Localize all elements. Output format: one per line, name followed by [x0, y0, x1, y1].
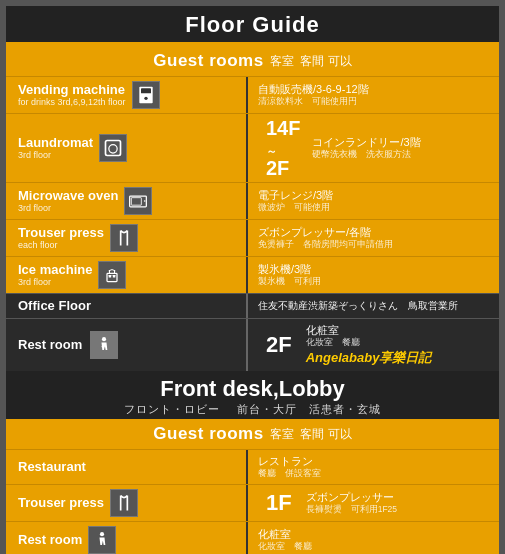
row-office: Office Floor 住友不動産渋新築ぞっくりさん 鳥取営業所 [6, 293, 499, 318]
vending-name: Vending machine [18, 82, 126, 98]
row-vending: Vending machine for drinks 3rd,6,9,12th … [6, 76, 499, 113]
row-laundromat-right: 14F～2F コインランドリー/3階 硬幣洗衣機 洗衣服方法 [248, 114, 499, 182]
laundromat-sub: 3rd floor [18, 151, 93, 161]
restroom-bottom-jp: 化粧室 [258, 527, 312, 541]
row-restaurant-right: レストラン 餐廳 併設客室 [248, 450, 499, 484]
trouser-sub: each floor [18, 241, 104, 251]
section-office: Office Floor 住友不動産渋新築ぞっくりさん 鳥取営業所 Rest r… [6, 293, 499, 371]
vending-jp-sub: 清涼飲料水 可能使用円 [258, 96, 369, 108]
svg-point-2 [144, 97, 147, 100]
guest-bottom-title-row: Guest rooms 客室 客間 可以 [6, 419, 499, 449]
row-laundromat: Laundromat 3rd floor 14F～2F コインランドリー/3階 … [6, 113, 499, 182]
restroom-dark-jp: 化粧室 [306, 323, 432, 337]
restroom-dark-jp-sub: 化妝室 餐廳 [306, 337, 432, 349]
office-jp: 住友不動産渋新築ぞっくりさん 鳥取営業所 [258, 299, 458, 312]
trouser-bottom-floor: 1F [266, 492, 292, 514]
section-guest-top: Guest rooms 客室 客間 可以 Vending machine for… [6, 42, 499, 293]
row-ice-left: Ice machine 3rd floor [6, 257, 246, 293]
row-restroom-dark-left: Rest room [6, 319, 246, 371]
row-restaurant: Restaurant レストラン 餐廳 併設客室 [6, 449, 499, 484]
row-microwave-left: Microwave oven 3rd floor [6, 183, 246, 219]
angelababy-text: Angelababy享樂日記 [306, 349, 432, 367]
row-restroom-bottom: Rest room 化粧室 化妝室 餐廳 [6, 521, 499, 554]
row-trouser-bottom: Trouser press 1F ズボンプレッサー 長褲熨燙 可利用1F25 [6, 484, 499, 521]
laundromat-jp: コインランドリー/3階 [312, 135, 420, 149]
trouser-bottom-jp: ズボンプレッサー [306, 490, 397, 504]
vending-icon [132, 81, 160, 109]
svg-rect-10 [113, 275, 116, 278]
row-restroom-dark-right: 2F 化粧室 化妝室 餐廳 Angelababy享樂日記 [248, 319, 499, 371]
svg-point-7 [144, 200, 146, 202]
laundromat-icon [99, 134, 127, 162]
row-laundromat-left: Laundromat 3rd floor [6, 114, 246, 182]
row-restroom-bottom-left: Rest room [6, 522, 246, 554]
microwave-jp-sub: 微波炉 可能使用 [258, 202, 333, 214]
restaurant-jp: レストラン [258, 454, 321, 468]
row-ice: Ice machine 3rd floor 製氷機/3階 製氷機 可利用 [6, 256, 499, 293]
svg-point-13 [100, 532, 104, 536]
ice-icon [98, 261, 126, 289]
trouser-name: Trouser press [18, 225, 104, 241]
row-vending-left: Vending machine for drinks 3rd,6,9,12th … [6, 77, 246, 113]
laundromat-floor: 14F～2F [266, 118, 300, 178]
svg-point-4 [109, 145, 117, 153]
guest-top-title-row: Guest rooms 客室 客間 可以 [6, 46, 499, 76]
front-desk-jp: フロント・ロビー 前台・大厅 活患者・玄城 [6, 402, 499, 417]
row-vending-right: 自動販売機/3-6-9-12階 清涼飲料水 可能使用円 [248, 77, 499, 113]
row-trouser-bottom-left: Trouser press [6, 485, 246, 521]
svg-rect-6 [132, 198, 142, 206]
ice-jp-sub: 製氷機 可利用 [258, 276, 321, 288]
laundromat-name: Laundromat [18, 135, 93, 151]
row-ice-right: 製氷機/3階 製氷機 可利用 [248, 257, 499, 293]
trouser-icon [110, 224, 138, 252]
laundromat-jp-sub: 硬幣洗衣機 洗衣服方法 [312, 149, 420, 161]
row-microwave: Microwave oven 3rd floor 電子レンジ/3階 微波炉 可能… [6, 182, 499, 219]
guest-top-title: Guest rooms [153, 49, 263, 74]
trouser-bottom-name: Trouser press [18, 495, 104, 511]
restroom-bottom-jp-sub: 化妝室 餐廳 [258, 541, 312, 553]
row-trouser-bottom-right: 1F ズボンプレッサー 長褲熨燙 可利用1F25 [248, 485, 499, 521]
microwave-sub: 3rd floor [18, 204, 118, 214]
row-restroom-bottom-right: 化粧室 化妝室 餐廳 [248, 522, 499, 554]
trouser-bottom-icon [110, 489, 138, 517]
restaurant-jp-sub: 餐廳 併設客室 [258, 468, 321, 480]
microwave-icon [124, 187, 152, 215]
svg-point-11 [102, 337, 106, 341]
row-trouser-right: ズボンプレッサー/各階 免燙褲子 各階房間均可申請借用 [248, 220, 499, 256]
svg-rect-1 [141, 88, 151, 93]
sign-container: Floor Guide Guest rooms 客室 客間 可以 Vending… [0, 0, 505, 554]
header-title: Floor Guide [185, 12, 319, 37]
guest-top-title-jp: 客室 客間 可以 [270, 53, 352, 70]
guest-bottom-title-jp: 客室 客間 可以 [270, 426, 352, 443]
office-name: Office Floor [18, 298, 91, 314]
svg-rect-8 [107, 273, 117, 281]
restroom-bottom-name: Rest room [18, 532, 82, 548]
ice-name: Ice machine [18, 262, 92, 278]
ice-jp: 製氷機/3階 [258, 262, 321, 276]
trouser-bottom-jp-sub: 長褲熨燙 可利用1F25 [306, 504, 397, 516]
restroom-bottom-icon [88, 526, 116, 554]
guest-bottom-title: Guest rooms [153, 422, 263, 447]
trouser-jp: ズボンプレッサー/各階 [258, 225, 393, 239]
section-guest-bottom: Guest rooms 客室 客間 可以 Restaurant レストラン 餐廳… [6, 419, 499, 554]
row-microwave-right: 電子レンジ/3階 微波炉 可能使用 [248, 183, 499, 219]
microwave-name: Microwave oven [18, 188, 118, 204]
vending-sub: for drinks 3rd,6,9,12th floor [18, 98, 126, 108]
row-restaurant-left: Restaurant [6, 450, 246, 484]
svg-rect-9 [109, 275, 112, 278]
front-desk-header: Front desk,Lobby フロント・ロビー 前台・大厅 活患者・玄城 [6, 371, 499, 419]
microwave-jp: 電子レンジ/3階 [258, 188, 333, 202]
restroom-dark-floor: 2F [266, 334, 292, 356]
header: Floor Guide [6, 6, 499, 42]
row-trouser-left: Trouser press each floor [6, 220, 246, 256]
row-restroom-dark: Rest room 2F 化粧室 化妝室 餐廳 Angelababy享樂日記 [6, 318, 499, 371]
vending-jp: 自動販売機/3-6-9-12階 [258, 82, 369, 96]
restroom-icon [90, 331, 118, 359]
restaurant-name: Restaurant [18, 459, 86, 475]
trouser-jp-sub: 免燙褲子 各階房間均可申請借用 [258, 239, 393, 251]
row-office-left: Office Floor [6, 294, 246, 318]
row-office-right: 住友不動産渋新築ぞっくりさん 鳥取営業所 [248, 294, 499, 318]
row-trouser: Trouser press each floor ズボンプレッサー/各階 免燙褲… [6, 219, 499, 256]
front-desk-title: Front desk,Lobby [6, 376, 499, 402]
ice-sub: 3rd floor [18, 278, 92, 288]
